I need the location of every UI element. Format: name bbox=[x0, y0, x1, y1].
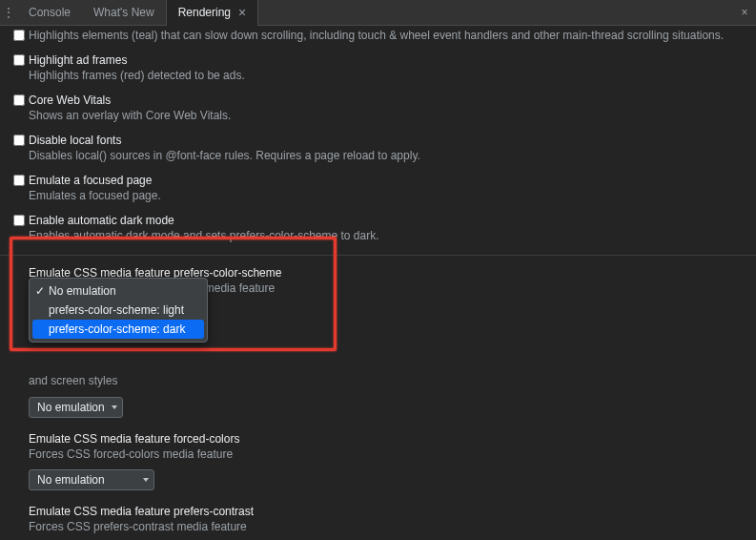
dropdown-option-dark[interactable]: prefers-color-scheme: dark bbox=[32, 320, 204, 339]
option-description: Enables automatic dark mode and sets pre… bbox=[29, 228, 746, 243]
tab-bar: ⋮ Console What's New Rendering × × bbox=[0, 0, 756, 26]
option-label: prefers-color-scheme: dark bbox=[49, 322, 185, 336]
section-prefers-contrast: Emulate CSS media feature prefers-contra… bbox=[0, 504, 756, 540]
dropdown-option-light[interactable]: prefers-color-scheme: light bbox=[30, 301, 207, 320]
tab-label: Rendering bbox=[178, 6, 231, 19]
partially-hidden-text: and screen styles bbox=[0, 374, 756, 387]
option-title: Disable local fonts bbox=[29, 133, 746, 148]
checkbox-disable-local-fonts[interactable] bbox=[13, 135, 25, 146]
check-icon: ✓ bbox=[35, 284, 49, 298]
option-label: No emulation bbox=[49, 284, 116, 298]
section-media-type: No emulation bbox=[0, 389, 756, 431]
tab-console[interactable]: Console bbox=[17, 0, 82, 26]
checkbox-enable-auto-dark-mode[interactable] bbox=[13, 215, 25, 226]
dropdown-option-no-emulation[interactable]: ✓ No emulation bbox=[30, 281, 207, 301]
section-forced-colors: Emulate CSS media feature forced-colors … bbox=[0, 431, 756, 504]
close-icon[interactable]: × bbox=[238, 6, 246, 19]
option-title: Highlight ad frames bbox=[29, 52, 746, 68]
divider bbox=[0, 255, 756, 256]
chevron-down-icon bbox=[112, 405, 117, 409]
dropdown-value: No emulation bbox=[37, 473, 105, 487]
tab-whats-new[interactable]: What's New bbox=[82, 0, 166, 26]
checkbox-emulate-focused-page[interactable] bbox=[13, 175, 25, 186]
checkbox-core-web-vitals[interactable] bbox=[13, 94, 25, 106]
section-description: Forces CSS prefers-contrast media featur… bbox=[29, 519, 756, 534]
section-description: Forces CSS forced-colors media feature bbox=[29, 447, 756, 462]
option-row: Emulate a focused page Emulates a focuse… bbox=[0, 171, 756, 211]
option-label: prefers-color-scheme: light bbox=[49, 303, 184, 317]
dropdown-forced-colors[interactable]: No emulation bbox=[29, 469, 154, 490]
tab-label: What's New bbox=[93, 6, 154, 19]
option-row: Highlights elements (teal) that can slow… bbox=[0, 26, 756, 51]
dropdown-value: No emulation bbox=[37, 401, 105, 414]
dropdown-media-type[interactable]: No emulation bbox=[29, 397, 123, 418]
option-row: Highlight ad frames Highlights frames (r… bbox=[0, 51, 756, 91]
section-title: Emulate CSS media feature prefers-contra… bbox=[29, 504, 756, 519]
option-row: Disable local fonts Disables local() sou… bbox=[0, 131, 756, 171]
tab-label: Console bbox=[29, 6, 71, 19]
tab-rendering[interactable]: Rendering × bbox=[166, 0, 259, 26]
option-title: Emulate a focused page bbox=[29, 173, 746, 188]
section-title: Emulate CSS media feature forced-colors bbox=[29, 431, 756, 447]
option-description: Highlights frames (red) detected to be a… bbox=[29, 68, 746, 83]
option-row: Enable automatic dark mode Enables autom… bbox=[0, 211, 756, 251]
option-description: Shows an overlay with Core Web Vitals. bbox=[29, 108, 746, 123]
chevron-down-icon bbox=[143, 478, 149, 482]
checkbox-scrolling-perf[interactable] bbox=[13, 30, 25, 41]
option-title: Enable automatic dark mode bbox=[29, 213, 746, 228]
option-title: Core Web Vitals bbox=[29, 93, 746, 108]
checkbox-highlight-ad-frames[interactable] bbox=[13, 54, 25, 66]
more-icon[interactable]: ⋮ bbox=[0, 6, 17, 19]
option-description: Disables local() sources in @font-face r… bbox=[29, 148, 746, 163]
option-description: Emulates a focused page. bbox=[29, 188, 746, 203]
close-panel-icon[interactable]: × bbox=[733, 6, 756, 19]
option-row: Core Web Vitals Shows an overlay with Co… bbox=[0, 91, 756, 131]
dropdown-menu-prefers-color-scheme: ✓ No emulation prefers-color-scheme: lig… bbox=[29, 278, 208, 343]
option-description: Highlights elements (teal) that can slow… bbox=[29, 28, 746, 43]
